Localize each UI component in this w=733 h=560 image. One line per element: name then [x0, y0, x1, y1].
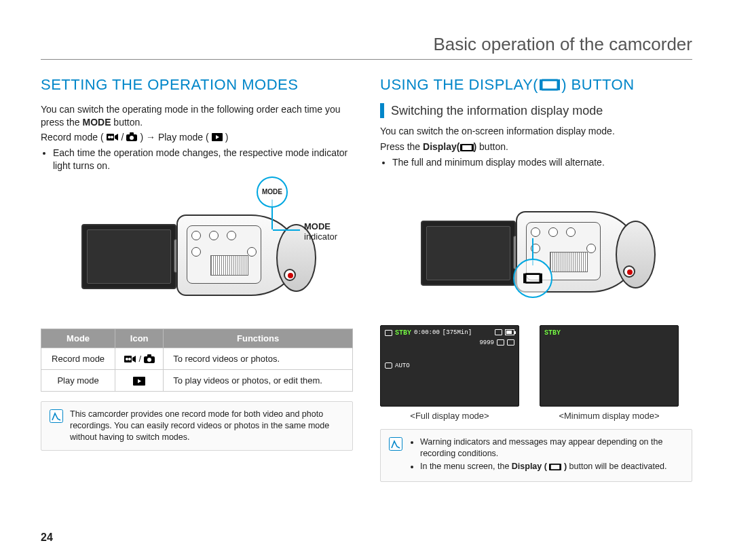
- p2-bold: Display(: [423, 141, 459, 152]
- photo-counter: 9999: [479, 339, 494, 346]
- note-box-right: Warning indicators and messages may appe…: [380, 429, 692, 483]
- right-p1: You can switch the on-screen information…: [380, 125, 692, 138]
- note2-bold: Display (: [512, 462, 547, 471]
- minimum-display-screen: STBY: [540, 325, 679, 407]
- minimum-display-caption: <Minimum display mode>: [540, 411, 679, 421]
- mode-indicator-rest: indicator: [304, 231, 337, 242]
- illus-small-button: [191, 231, 201, 240]
- table-row: Record mode / To record videos or photos…: [41, 348, 353, 370]
- svg-rect-15: [542, 80, 558, 90]
- note-box-left: This camcorder provides one record mode …: [41, 401, 353, 451]
- illus-small-button: [586, 244, 596, 253]
- svg-point-5: [130, 136, 134, 140]
- note-list: Warning indicators and messages may appe…: [409, 436, 683, 475]
- note2-pre: In the menu screen, the: [420, 462, 512, 471]
- note2-post: button will be deactivated.: [567, 462, 666, 471]
- camera-icon: [126, 132, 137, 142]
- quality-icon: [507, 339, 514, 346]
- camcorder-icon: [124, 354, 136, 364]
- right-p2: Press the Display() button.: [380, 141, 692, 153]
- mode-button-callout: MODE: [257, 176, 288, 208]
- illus-lcd: [81, 224, 176, 289]
- cell-icon: [115, 370, 164, 392]
- mode-sequence-line: Record mode ( / ) → Play mode ( ): [41, 132, 353, 143]
- illus-rec-button: [623, 265, 635, 278]
- illus-small-button: [566, 227, 576, 237]
- camcorder-illustration-left: MODE MODE indicator: [41, 181, 353, 316]
- mode-indicator-bold: MODE: [304, 221, 337, 232]
- display-previews: STBY 0:00:00 [375Min] 9999: [380, 325, 692, 421]
- display-button-icon: [460, 143, 474, 152]
- minimum-display-preview: STBY <Minimum display mode>: [540, 325, 679, 421]
- rec-time: 0:00:00: [414, 329, 440, 336]
- note-icon: [389, 437, 402, 451]
- illus-speaker: [210, 255, 248, 276]
- heading-text-post: ) BUTTON: [561, 76, 634, 94]
- svg-rect-21: [525, 274, 540, 282]
- intro-part2: button.: [111, 117, 143, 128]
- table-row: Play mode To play videos or photos, or e…: [41, 370, 353, 392]
- svg-point-8: [126, 358, 128, 360]
- svg-point-2: [111, 136, 113, 138]
- intro-mode-bold: MODE: [82, 117, 111, 128]
- svg-point-1: [108, 136, 111, 138]
- section-heading-left: SETTING THE OPERATION MODES: [41, 76, 353, 94]
- display-button-icon: [540, 78, 560, 92]
- illus-small-button: [209, 231, 219, 240]
- stby-label: STBY: [544, 329, 561, 337]
- p2-post: button.: [476, 141, 508, 152]
- full-display-caption: <Full display mode>: [380, 411, 519, 421]
- camcorder-illustration-right: [380, 177, 692, 313]
- cell-mode: Play mode: [41, 370, 115, 392]
- callout-line: [273, 229, 300, 231]
- heading-text-pre: USING THE DISPLAY(: [380, 76, 538, 94]
- mode-indicator-label: MODE indicator: [304, 221, 337, 242]
- accent-bar: [380, 103, 384, 118]
- mode-line-end: ): [225, 132, 229, 143]
- svg-rect-25: [550, 464, 560, 470]
- illus-small-button: [531, 227, 540, 237]
- left-column: SETTING THE OPERATION MODES You can swit…: [41, 76, 353, 482]
- illus-small-button: [191, 247, 201, 257]
- cell-icon: /: [115, 348, 164, 370]
- right-bullets: The full and minimum display modes will …: [380, 156, 692, 169]
- manual-page: Basic operation of the camcorder SETTING…: [0, 0, 733, 560]
- illus-small-button: [548, 227, 558, 237]
- play-rect-icon: [133, 377, 145, 386]
- svg-rect-18: [462, 145, 472, 151]
- note-text: This camcorder provides one record mode …: [70, 409, 344, 443]
- th-mode: Mode: [41, 329, 115, 348]
- auto-label: AUTO: [395, 362, 410, 369]
- remaining-time: [375Min]: [443, 329, 472, 336]
- full-display-screen: STBY 0:00:00 [375Min] 9999: [380, 325, 519, 407]
- play-rect-icon: [212, 133, 223, 141]
- display-button-icon: [523, 272, 542, 284]
- cell-function: To record videos or photos.: [164, 348, 353, 370]
- note-item-2: In the menu screen, the Display ( ) butt…: [420, 461, 683, 472]
- camcorder-icon: [107, 132, 119, 142]
- display-button-icon: [549, 463, 561, 471]
- mode-line-slash: /: [121, 132, 124, 143]
- cell-mode: Record mode: [41, 348, 115, 370]
- left-bullet-1: Each time the operation mode changes, th…: [53, 147, 353, 172]
- cell-function: To play videos or photos, or edit them.: [164, 370, 353, 392]
- storage-icon: [385, 330, 392, 336]
- note-item-1: Warning indicators and messages may appe…: [420, 436, 683, 460]
- th-icon: Icon: [115, 329, 164, 348]
- illus-speaker: [550, 252, 588, 272]
- two-column-layout: SETTING THE OPERATION MODES You can swit…: [41, 76, 692, 482]
- camera-icon: [144, 354, 155, 364]
- svg-point-9: [128, 358, 131, 360]
- illus-rec-button: [284, 269, 296, 281]
- mode-line-arrow: ) → Play mode (: [140, 132, 208, 143]
- svg-rect-11: [147, 354, 151, 357]
- intro-text: You can switch the operating mode in the…: [41, 103, 353, 129]
- section-heading-right: USING THE DISPLAY( ) BUTTON: [380, 76, 692, 94]
- subheading-bar: Switching the information display mode: [380, 103, 692, 118]
- chapter-title: Basic operation of the camcorder: [41, 34, 692, 60]
- page-number: 24: [41, 531, 53, 544]
- subheading-text: Switching the information display mode: [391, 104, 603, 118]
- left-bullets: Each time the operation mode changes, th…: [41, 147, 353, 172]
- mode-button-label: MODE: [262, 188, 282, 195]
- illus-lcd: [421, 221, 516, 286]
